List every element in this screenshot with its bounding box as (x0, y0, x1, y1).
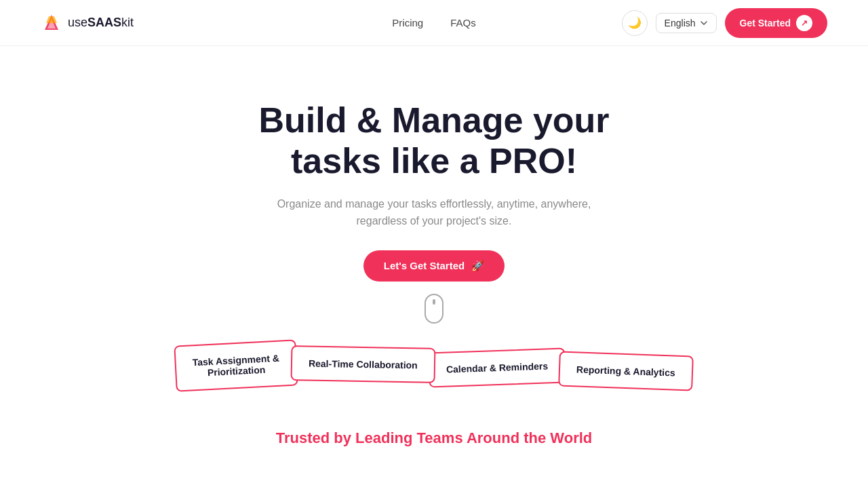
feature-label-4: Reporting & Analytics (576, 364, 675, 378)
feature-card-calendar-reminders: Calendar & Reminders (428, 347, 566, 387)
cta-label: Let's Get Started (384, 260, 465, 271)
rocket-icon: 🚀 (471, 260, 484, 272)
logo-icon (41, 12, 62, 34)
features-row: Task Assignment & Prioritization Real-Ti… (80, 343, 787, 389)
trusted-section: Trusted by Leading Teams Around the Worl… (276, 429, 593, 447)
dark-mode-toggle[interactable]: 🌙 (622, 10, 648, 36)
language-selector[interactable]: English (656, 13, 717, 33)
feature-label-2: Real-Time Collaboration (309, 358, 418, 370)
svg-marker-2 (46, 16, 57, 23)
moon-icon: 🌙 (628, 16, 642, 29)
hero-section: Build & Manage your tasks like a PRO! Or… (0, 46, 868, 447)
feature-card-reporting-analytics: Reporting & Analytics (558, 351, 693, 391)
feature-label-3: Calendar & Reminders (446, 360, 548, 374)
nav-pricing[interactable]: Pricing (392, 17, 423, 28)
nav-faqs[interactable]: FAQs (450, 17, 476, 28)
chevron-down-icon (700, 19, 708, 27)
logo-text: useSAASkit (68, 16, 134, 30)
logo[interactable]: useSAASkit (41, 12, 134, 34)
scroll-indicator (425, 294, 443, 324)
lets-get-started-button[interactable]: Let's Get Started 🚀 (363, 250, 505, 282)
feature-card-task-assignment: Task Assignment & Prioritization (174, 339, 299, 391)
nav-right: 🌙 English Get Started ↗ (622, 8, 827, 38)
hero-title: Build & Manage your tasks like a PRO! (258, 100, 609, 182)
trusted-text: Trusted by Leading Teams Around the Worl… (276, 429, 593, 447)
hero-subtitle: Organize and manage your tasks effortles… (271, 195, 597, 230)
get-started-label: Get Started (740, 18, 791, 28)
language-label: English (665, 18, 696, 28)
navbar: useSAASkit Pricing FAQs 🌙 English Get St… (0, 0, 868, 46)
nav-links: Pricing FAQs (392, 17, 475, 28)
get-started-button[interactable]: Get Started ↗ (725, 8, 827, 38)
scroll-dot (433, 299, 435, 305)
arrow-icon: ↗ (796, 15, 812, 31)
feature-card-realtime-collaboration: Real-Time Collaboration (290, 345, 435, 383)
